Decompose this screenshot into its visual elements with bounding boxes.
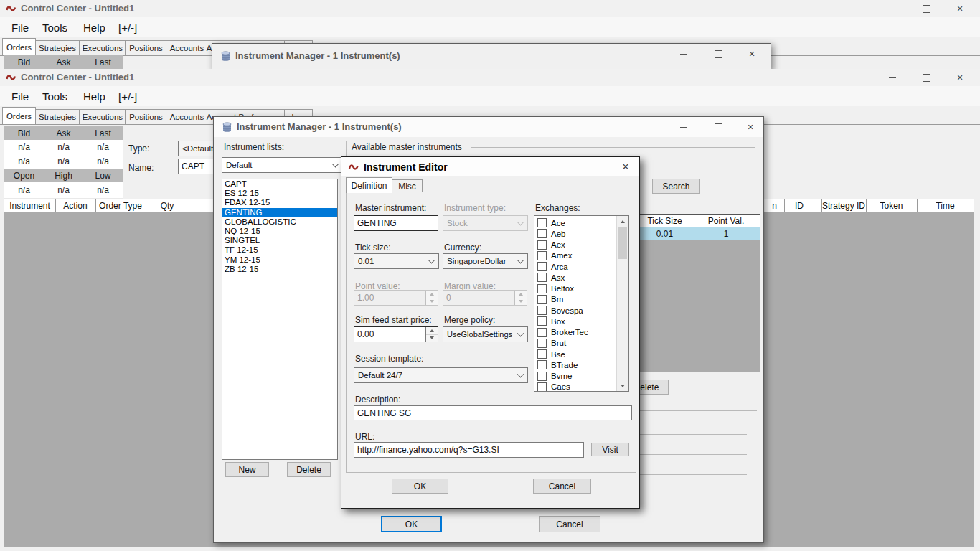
minimize-button[interactable] xyxy=(672,117,695,137)
tab-positions[interactable]: Positions xyxy=(125,109,167,124)
scrollbar[interactable] xyxy=(616,216,628,391)
close-button[interactable]: ✕ xyxy=(739,117,762,137)
exchange-item[interactable]: Caes xyxy=(534,382,617,392)
instrument-listbox[interactable]: CAPTES 12-15FDAX 12-15GENTINGGLOBALLOGIS… xyxy=(222,179,338,460)
grid-cell-tick-size[interactable]: 0.01 xyxy=(637,227,693,240)
menu-plusminus[interactable]: [+/-] xyxy=(118,86,137,106)
tab-positions[interactable]: Positions xyxy=(125,40,167,55)
exchange-item[interactable]: Aeb xyxy=(534,228,617,239)
exchange-item[interactable]: Bse xyxy=(534,349,617,359)
column-header-token[interactable]: Token xyxy=(866,199,918,212)
close-button[interactable]: ✕ xyxy=(740,44,763,64)
master-instrument-field[interactable]: GENTING xyxy=(354,215,438,231)
menu-tools[interactable]: Tools xyxy=(42,17,67,37)
tab-strategies[interactable]: Strategies xyxy=(34,109,80,124)
checkbox-icon[interactable] xyxy=(537,306,547,315)
checkbox-icon[interactable] xyxy=(537,229,547,238)
grid-header-point-val[interactable]: Point Val. xyxy=(692,215,760,227)
checkbox-icon[interactable] xyxy=(537,382,547,392)
instrument-list-item[interactable]: ZB 12-15 xyxy=(222,265,337,274)
tab-orders[interactable]: Orders xyxy=(2,38,36,55)
checkbox-icon[interactable] xyxy=(537,262,547,271)
instrument-list-item[interactable]: GENTING xyxy=(222,208,337,217)
maximize-button[interactable] xyxy=(707,117,730,137)
minimize-button[interactable] xyxy=(672,44,695,64)
exchange-item[interactable]: Ace xyxy=(534,217,617,228)
close-button[interactable]: ✕ xyxy=(948,69,971,86)
exchange-item[interactable]: Arca xyxy=(534,261,617,272)
scrollbar-thumb[interactable] xyxy=(618,227,627,259)
cancel-button[interactable]: Cancel xyxy=(539,516,600,532)
exchange-item[interactable]: Aex xyxy=(534,240,617,250)
instrument-list-combobox[interactable]: Default xyxy=(222,157,343,173)
exchanges-checklist[interactable]: Ace Aeb Aex Amex xyxy=(534,215,629,392)
exchange-item[interactable]: Box xyxy=(534,316,617,326)
tab-orders[interactable]: Orders xyxy=(2,107,36,124)
exchange-item[interactable]: Bovespa xyxy=(534,305,617,316)
menu-tools[interactable]: Tools xyxy=(42,86,67,106)
checkbox-icon[interactable] xyxy=(537,328,547,337)
menu-help[interactable]: Help xyxy=(83,17,105,37)
column-header-action[interactable]: Action xyxy=(55,199,96,212)
column-header-order-type[interactable]: Order Type xyxy=(95,199,146,212)
menu-file[interactable]: File xyxy=(11,17,29,37)
cancel-button[interactable]: Cancel xyxy=(533,479,591,494)
checkbox-icon[interactable] xyxy=(537,349,547,359)
exchange-item[interactable]: BrokerTec xyxy=(534,327,617,338)
instrument-list-item[interactable]: FDAX 12-15 xyxy=(222,198,337,207)
menu-file[interactable]: File xyxy=(11,86,29,106)
menu-plusminus[interactable]: [+/-] xyxy=(118,17,137,37)
tab-strategies[interactable]: Strategies xyxy=(34,40,80,55)
checkbox-icon[interactable] xyxy=(537,251,547,260)
maximize-button[interactable] xyxy=(915,0,938,17)
visit-button[interactable]: Visit xyxy=(591,443,629,456)
url-field[interactable]: http://finance.yahoo.com/q?s=G13.SI xyxy=(354,442,584,458)
session-template-combobox[interactable]: Default 24/7 xyxy=(354,367,528,383)
checkbox-icon[interactable] xyxy=(537,316,547,326)
ok-button[interactable]: OK xyxy=(392,479,448,494)
exchange-item[interactable]: Bm xyxy=(534,294,617,305)
tick-size-combobox[interactable]: 0.01 xyxy=(354,253,439,269)
checkbox-icon[interactable] xyxy=(537,273,547,282)
instrument-list-item[interactable]: YM 12-15 xyxy=(222,255,337,265)
exchange-item[interactable]: BTrade xyxy=(534,359,617,370)
close-button[interactable]: ✕ xyxy=(615,157,636,176)
scroll-up-button[interactable] xyxy=(617,216,628,227)
tab-accounts[interactable]: Accounts xyxy=(166,109,208,124)
grid-cell-point-val[interactable]: 1 xyxy=(692,227,760,240)
maximize-button[interactable] xyxy=(707,44,730,64)
spinner-buttons[interactable] xyxy=(425,327,438,342)
delete-button[interactable]: Delete xyxy=(287,462,331,477)
description-field[interactable]: GENTING SG xyxy=(354,405,632,420)
minimize-button[interactable] xyxy=(881,0,904,17)
instrument-list-item[interactable]: TF 12-15 xyxy=(222,245,337,255)
column-header-qty[interactable]: Qty xyxy=(146,199,189,212)
grid-header-tick-size[interactable]: Tick Size xyxy=(637,215,693,227)
column-header-time[interactable]: Time xyxy=(917,199,974,212)
exchange-item[interactable]: Belfox xyxy=(534,283,617,294)
maximize-button[interactable] xyxy=(915,69,938,86)
currency-combobox[interactable]: SingaporeDollar xyxy=(443,253,528,269)
column-header-strategy-id[interactable]: Strategy ID xyxy=(821,199,867,212)
close-button[interactable]: ✕ xyxy=(948,0,971,17)
checkbox-icon[interactable] xyxy=(537,295,547,304)
instrument-list-item[interactable]: GLOBALLOGISTIC xyxy=(222,217,337,227)
checkbox-icon[interactable] xyxy=(537,284,547,293)
exchange-item[interactable]: Bvme xyxy=(534,371,617,382)
new-button[interactable]: New xyxy=(225,462,269,477)
ok-button[interactable]: OK xyxy=(381,516,442,532)
checkbox-icon[interactable] xyxy=(537,240,547,250)
instrument-list-item[interactable]: ES 12-15 xyxy=(222,189,337,198)
instrument-list-item[interactable]: NQ 12-15 xyxy=(222,227,337,236)
tab-executions[interactable]: Executions xyxy=(79,109,126,124)
exchange-item[interactable]: Brut xyxy=(534,338,617,349)
instrument-list-item[interactable]: CAPT xyxy=(222,179,337,189)
tab-executions[interactable]: Executions xyxy=(79,40,126,55)
sim-feed-start-price-spinner[interactable]: 0.00 xyxy=(354,326,438,342)
column-header-id[interactable]: ID xyxy=(777,199,822,212)
search-button[interactable]: Search xyxy=(652,179,700,194)
checkbox-icon[interactable] xyxy=(537,339,547,348)
merge-policy-combobox[interactable]: UseGlobalSettings xyxy=(443,326,528,342)
checkbox-icon[interactable] xyxy=(537,372,547,381)
tab-accounts[interactable]: Accounts xyxy=(166,40,208,55)
